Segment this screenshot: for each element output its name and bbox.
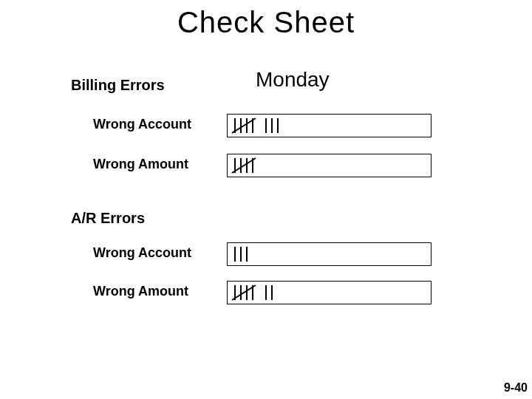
- tally-marks-icon: [231, 245, 267, 264]
- row-label-ar-wrong-amount: Wrong Amount: [93, 284, 188, 299]
- tally-cell-ar-wrong-account: [227, 242, 432, 266]
- column-header-day: Monday: [256, 68, 330, 92]
- page-title: Check Sheet: [0, 6, 532, 39]
- row-label-ar-wrong-account: Wrong Account: [93, 245, 191, 261]
- row-label-billing-wrong-amount: Wrong Amount: [93, 157, 188, 172]
- tally-marks-icon: [231, 156, 275, 175]
- tally-marks-icon: [231, 116, 312, 135]
- row-label-billing-wrong-account: Wrong Account: [93, 117, 191, 132]
- tally-cell-ar-wrong-amount: [227, 281, 432, 304]
- tally-marks-icon: [231, 283, 297, 302]
- section-label-ar: A/R Errors: [71, 210, 145, 227]
- tally-cell-billing-wrong-account: [227, 114, 432, 137]
- slide-number: 9-40: [504, 381, 528, 395]
- tally-cell-billing-wrong-amount: [227, 154, 432, 177]
- section-label-billing: Billing Errors: [71, 77, 165, 94]
